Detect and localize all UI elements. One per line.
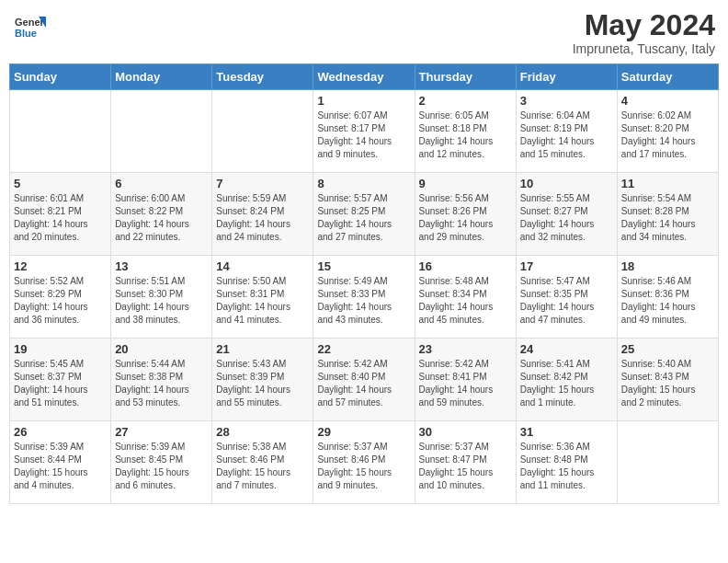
day-number: 7 [216,177,309,190]
day-info: Sunrise: 5:46 AM Sunset: 8:36 PM Dayligh… [621,275,714,327]
day-info: Sunrise: 5:57 AM Sunset: 8:25 PM Dayligh… [317,192,410,244]
day-number: 10 [520,177,613,190]
day-info: Sunrise: 5:45 AM Sunset: 8:37 PM Dayligh… [14,358,107,409]
day-number: 19 [14,342,107,356]
logo: General Blue [13,9,48,42]
calendar-cell: 9Sunrise: 5:56 AM Sunset: 8:26 PM Daylig… [415,173,516,256]
calendar-cell: 14Sunrise: 5:50 AM Sunset: 8:31 PM Dayli… [212,256,313,339]
day-info: Sunrise: 5:42 AM Sunset: 8:40 PM Dayligh… [317,358,410,409]
calendar-week-1: 1Sunrise: 6:07 AM Sunset: 8:17 PM Daylig… [10,90,719,173]
day-number: 2 [419,94,512,108]
calendar-cell: 4Sunrise: 6:02 AM Sunset: 8:20 PM Daylig… [617,90,718,173]
day-info: Sunrise: 5:48 AM Sunset: 8:34 PM Dayligh… [419,275,512,327]
calendar-cell: 7Sunrise: 5:59 AM Sunset: 8:24 PM Daylig… [212,173,313,256]
col-header-monday: Monday [111,64,212,90]
calendar-cell: 15Sunrise: 5:49 AM Sunset: 8:33 PM Dayli… [313,256,415,339]
day-number: 17 [520,259,613,273]
day-number: 1 [317,94,410,108]
calendar-cell: 1Sunrise: 6:07 AM Sunset: 8:17 PM Daylig… [313,90,415,173]
day-number: 20 [115,342,208,356]
calendar-cell [212,90,313,173]
day-number: 11 [621,177,714,190]
logo-icon: General Blue [13,9,46,42]
location-subtitle: Impruneta, Tuscany, Italy [573,41,715,56]
day-info: Sunrise: 5:47 AM Sunset: 8:35 PM Dayligh… [520,275,613,327]
day-number: 31 [520,425,613,439]
day-number: 4 [621,94,714,108]
title-block: May 2024 Impruneta, Tuscany, Italy [573,9,715,56]
calendar-week-4: 19Sunrise: 5:45 AM Sunset: 8:37 PM Dayli… [10,339,719,421]
day-info: Sunrise: 5:36 AM Sunset: 8:48 PM Dayligh… [520,441,613,492]
calendar-cell: 20Sunrise: 5:44 AM Sunset: 8:38 PM Dayli… [111,339,212,421]
calendar-cell: 19Sunrise: 5:45 AM Sunset: 8:37 PM Dayli… [10,339,111,421]
day-info: Sunrise: 6:04 AM Sunset: 8:19 PM Dayligh… [520,109,613,161]
col-header-friday: Friday [516,64,617,90]
calendar-cell: 3Sunrise: 6:04 AM Sunset: 8:19 PM Daylig… [516,90,617,173]
calendar-table: SundayMondayTuesdayWednesdayThursdayFrid… [9,63,719,504]
calendar-cell: 31Sunrise: 5:36 AM Sunset: 8:48 PM Dayli… [516,421,617,504]
calendar-cell: 22Sunrise: 5:42 AM Sunset: 8:40 PM Dayli… [313,339,415,421]
day-info: Sunrise: 5:42 AM Sunset: 8:41 PM Dayligh… [419,358,512,409]
day-info: Sunrise: 6:07 AM Sunset: 8:17 PM Dayligh… [317,109,410,161]
calendar-cell: 17Sunrise: 5:47 AM Sunset: 8:35 PM Dayli… [516,256,617,339]
day-info: Sunrise: 5:56 AM Sunset: 8:26 PM Dayligh… [419,192,512,244]
day-number: 15 [317,259,410,273]
day-number: 29 [317,425,410,439]
day-info: Sunrise: 5:50 AM Sunset: 8:31 PM Dayligh… [216,275,309,327]
calendar-cell: 18Sunrise: 5:46 AM Sunset: 8:36 PM Dayli… [617,256,718,339]
day-info: Sunrise: 6:00 AM Sunset: 8:22 PM Dayligh… [115,192,208,244]
calendar-cell: 28Sunrise: 5:38 AM Sunset: 8:46 PM Dayli… [212,421,313,504]
day-info: Sunrise: 5:37 AM Sunset: 8:47 PM Dayligh… [419,441,512,492]
calendar-week-5: 26Sunrise: 5:39 AM Sunset: 8:44 PM Dayli… [10,421,719,504]
day-info: Sunrise: 5:49 AM Sunset: 8:33 PM Dayligh… [317,275,410,327]
calendar-cell [617,421,718,504]
day-number: 28 [216,425,309,439]
day-number: 30 [419,425,512,439]
calendar-cell: 30Sunrise: 5:37 AM Sunset: 8:47 PM Dayli… [415,421,516,504]
calendar-cell [111,90,212,173]
calendar-cell: 25Sunrise: 5:40 AM Sunset: 8:43 PM Dayli… [617,339,718,421]
calendar-cell: 16Sunrise: 5:48 AM Sunset: 8:34 PM Dayli… [415,256,516,339]
calendar-cell: 12Sunrise: 5:52 AM Sunset: 8:29 PM Dayli… [10,256,111,339]
day-info: Sunrise: 6:01 AM Sunset: 8:21 PM Dayligh… [14,192,107,244]
day-number: 13 [115,259,208,273]
day-number: 6 [115,177,208,190]
day-info: Sunrise: 5:59 AM Sunset: 8:24 PM Dayligh… [216,192,309,244]
calendar-cell: 21Sunrise: 5:43 AM Sunset: 8:39 PM Dayli… [212,339,313,421]
calendar-week-3: 12Sunrise: 5:52 AM Sunset: 8:29 PM Dayli… [10,256,719,339]
calendar-week-2: 5Sunrise: 6:01 AM Sunset: 8:21 PM Daylig… [10,173,719,256]
day-number: 8 [317,177,410,190]
day-info: Sunrise: 5:39 AM Sunset: 8:44 PM Dayligh… [14,441,107,492]
day-number: 21 [216,342,309,356]
day-number: 9 [419,177,512,190]
day-info: Sunrise: 5:54 AM Sunset: 8:28 PM Dayligh… [621,192,714,244]
day-info: Sunrise: 5:38 AM Sunset: 8:46 PM Dayligh… [216,441,309,492]
col-header-thursday: Thursday [415,64,516,90]
day-number: 14 [216,259,309,273]
page-header: General Blue May 2024 Impruneta, Tuscany… [9,9,719,56]
calendar-cell: 10Sunrise: 5:55 AM Sunset: 8:27 PM Dayli… [516,173,617,256]
calendar-cell: 29Sunrise: 5:37 AM Sunset: 8:46 PM Dayli… [313,421,415,504]
day-number: 22 [317,342,410,356]
day-info: Sunrise: 5:40 AM Sunset: 8:43 PM Dayligh… [621,358,714,409]
day-number: 24 [520,342,613,356]
calendar-cell: 5Sunrise: 6:01 AM Sunset: 8:21 PM Daylig… [10,173,111,256]
day-info: Sunrise: 5:51 AM Sunset: 8:30 PM Dayligh… [115,275,208,327]
calendar-cell: 8Sunrise: 5:57 AM Sunset: 8:25 PM Daylig… [313,173,415,256]
calendar-header-row: SundayMondayTuesdayWednesdayThursdayFrid… [10,64,719,90]
calendar-cell: 26Sunrise: 5:39 AM Sunset: 8:44 PM Dayli… [10,421,111,504]
day-number: 16 [419,259,512,273]
day-number: 12 [14,259,107,273]
day-number: 5 [14,177,107,190]
svg-text:Blue: Blue [15,28,37,39]
col-header-sunday: Sunday [10,64,111,90]
day-info: Sunrise: 5:39 AM Sunset: 8:45 PM Dayligh… [115,441,208,492]
calendar-cell: 11Sunrise: 5:54 AM Sunset: 8:28 PM Dayli… [617,173,718,256]
calendar-cell: 24Sunrise: 5:41 AM Sunset: 8:42 PM Dayli… [516,339,617,421]
day-info: Sunrise: 5:37 AM Sunset: 8:46 PM Dayligh… [317,441,410,492]
col-header-wednesday: Wednesday [313,64,415,90]
calendar-cell: 2Sunrise: 6:05 AM Sunset: 8:18 PM Daylig… [415,90,516,173]
day-number: 18 [621,259,714,273]
day-info: Sunrise: 5:41 AM Sunset: 8:42 PM Dayligh… [520,358,613,409]
calendar-cell: 13Sunrise: 5:51 AM Sunset: 8:30 PM Dayli… [111,256,212,339]
